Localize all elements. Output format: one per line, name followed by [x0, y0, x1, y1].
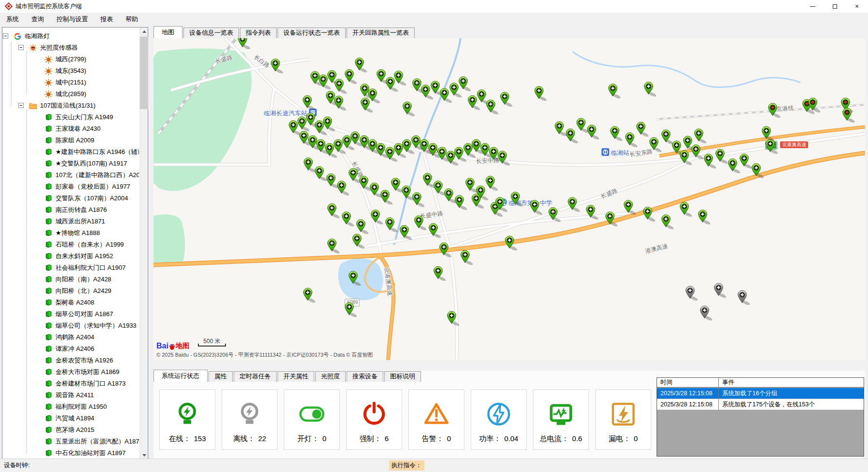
tree-device-item[interactable]: 107北（建新中路路口西）A2014 [44, 169, 139, 181]
device-pin-offline[interactable] [700, 305, 714, 320]
device-pin-online[interactable] [238, 38, 252, 49]
tree-device-item[interactable]: ★博物馆 A1888 [44, 227, 100, 239]
device-pin-online[interactable] [608, 83, 623, 98]
device-pin-online[interactable] [400, 225, 414, 240]
bottom-tab[interactable]: 属性 [209, 371, 233, 382]
device-pin-online[interactable] [342, 211, 356, 226]
tree-group-item[interactable]: 城中(2151) [44, 77, 86, 88]
tree-device-item[interactable]: 王家珑巷 A2430 [44, 123, 100, 135]
device-pin-online[interactable] [762, 126, 776, 141]
device-pin-online[interactable] [643, 207, 658, 222]
device-pin-offline[interactable] [714, 283, 728, 298]
tree-device-item[interactable]: 彭家巷（党校后面）A1977 [44, 181, 130, 193]
device-pin-online[interactable] [361, 97, 375, 112]
device-pin-online[interactable] [355, 57, 369, 72]
tree-device-item[interactable]: 陈家组 A2009 [44, 135, 94, 146]
close-button[interactable]: × [846, 0, 868, 13]
device-pin-online[interactable] [303, 288, 318, 303]
device-pin-online[interactable] [694, 128, 709, 143]
tree-device-item[interactable]: 谭家冲 A2406 [44, 343, 94, 355]
device-pin-online[interactable] [439, 242, 454, 257]
event-log-row[interactable]: 2025/3/28 12:15:08系统加载了175个设备，在线153个 [657, 399, 864, 410]
device-pin-online[interactable] [624, 200, 638, 215]
device-pin-online[interactable] [498, 151, 512, 166]
tree-expand-toggle[interactable] [18, 45, 24, 50]
tree-device-item[interactable]: 金桥建材市场门口 A1873 [44, 378, 126, 389]
minimize-button[interactable] [801, 0, 824, 13]
tree-device-item[interactable]: 五里派出所（富源汽配）A1874 [44, 436, 139, 447]
device-pin-alarm[interactable] [808, 97, 823, 112]
device-pin-online[interactable] [403, 101, 417, 116]
device-pin-online[interactable] [680, 202, 694, 217]
device-pin-online[interactable] [459, 76, 473, 91]
device-pin-online[interactable] [414, 215, 429, 230]
main-tab[interactable]: 开关回路属性一览表 [347, 28, 415, 38]
tree-device-item[interactable]: 向阳桥（北）A2429 [44, 285, 112, 297]
tree-device-item[interactable]: 梨树巷 A2408 [44, 297, 94, 308]
tree-device-item[interactable]: 城西派出所A1871 [44, 216, 105, 227]
tree-expand-toggle[interactable] [18, 103, 24, 108]
device-pin-online[interactable] [461, 250, 475, 265]
device-pin-online[interactable] [345, 302, 359, 317]
map-canvas[interactable]: Bai 地图 500 米 © 2025 Baidu - GS(2023)3206… [154, 38, 865, 360]
tree-device-item[interactable]: 芭茅塘 A2015 [44, 424, 94, 436]
menu-item[interactable]: 帮助 [119, 13, 144, 26]
tree-device-item[interactable]: 鸿鹤路 A2404 [44, 332, 94, 343]
device-pin-online[interactable] [349, 271, 363, 286]
device-pin-online[interactable] [303, 95, 317, 110]
bottom-tab[interactable]: 光照度 [315, 371, 346, 382]
device-pin-online[interactable] [568, 197, 582, 212]
tree-device-item[interactable]: ★交警队西(107南) A1917 [44, 158, 127, 169]
device-pin-online[interactable] [661, 214, 676, 229]
device-pin-online[interactable] [412, 192, 427, 207]
bottom-tab[interactable]: 搜索设备 [347, 371, 383, 382]
menu-item[interactable]: 控制与设置 [50, 13, 94, 26]
device-pin-online[interactable] [505, 236, 519, 250]
tree-device-item[interactable]: 观音路 A2411 [44, 389, 94, 401]
device-pin-online[interactable] [586, 205, 601, 220]
main-tab[interactable]: 指令列表 [240, 28, 277, 38]
device-pin-online[interactable] [486, 99, 501, 114]
device-pin-online[interactable] [500, 92, 515, 107]
tree-device-item[interactable]: 金桥农贸市场 A1926 [44, 355, 113, 366]
device-pin-online[interactable] [511, 192, 525, 207]
device-pin-online[interactable] [323, 116, 337, 131]
menu-item[interactable]: 报表 [94, 13, 119, 26]
device-pin-online[interactable] [385, 217, 400, 232]
tree-device-item[interactable]: 福利院对面 A1950 [44, 401, 107, 413]
tree-group-item[interactable]: 107国道沿线(31/31) [29, 100, 96, 111]
bottom-tab[interactable]: 系统运行状态 [154, 370, 208, 382]
device-pin-offline[interactable] [738, 290, 752, 305]
bottom-tab[interactable]: 定时器任务 [234, 371, 277, 382]
tree-device-item[interactable]: 南正街转盘 A1876 [44, 204, 107, 216]
device-pin-online[interactable] [352, 234, 367, 249]
device-pin-online[interactable] [698, 209, 713, 224]
device-pin-online[interactable] [447, 311, 462, 326]
tree-device-item[interactable]: ★建新中路路口东 A1946（辅道灯） [44, 146, 139, 158]
main-tab[interactable]: 设备运行状态一览表 [278, 28, 346, 38]
device-pin-online[interactable] [534, 86, 549, 101]
device-pin-online[interactable] [495, 197, 510, 212]
device-pin-online[interactable] [327, 203, 342, 218]
tree-device-item[interactable]: 社会福利院大门口 A1907 [44, 262, 126, 274]
bottom-tab[interactable]: 图标说明 [384, 371, 421, 382]
device-pin-online[interactable] [605, 211, 620, 226]
bottom-tab[interactable]: 开关属性 [278, 371, 314, 382]
tree-group-item[interactable]: 城东(3543) [44, 65, 86, 77]
event-log-row[interactable]: 2025/3/28 12:15:08系统加载了16个分组 [657, 388, 864, 399]
device-pin-offline[interactable] [686, 286, 700, 301]
tree-group-item[interactable]: 光照度传感器 [29, 42, 78, 54]
device-pin-online[interactable] [334, 96, 349, 111]
device-pin-online[interactable] [530, 200, 545, 215]
tree-group-item[interactable]: 临湘路灯 [14, 30, 50, 42]
tree-device-item[interactable]: 交警队东（107南）A2004 [44, 193, 128, 204]
tree-expand-toggle[interactable] [3, 33, 8, 39]
tree-group-item[interactable]: 城西(2799) [44, 54, 86, 65]
tree-device-item[interactable]: 中石化加油站对面 A1897 [44, 447, 126, 459]
device-pin-online[interactable] [429, 223, 443, 238]
menu-item[interactable]: 查询 [25, 13, 50, 26]
device-pin-online[interactable] [636, 122, 651, 137]
tree-device-item[interactable]: 汽贸城 A1894 [44, 413, 94, 424]
device-pin-online[interactable] [434, 266, 448, 281]
device-pin-online[interactable] [752, 163, 766, 178]
